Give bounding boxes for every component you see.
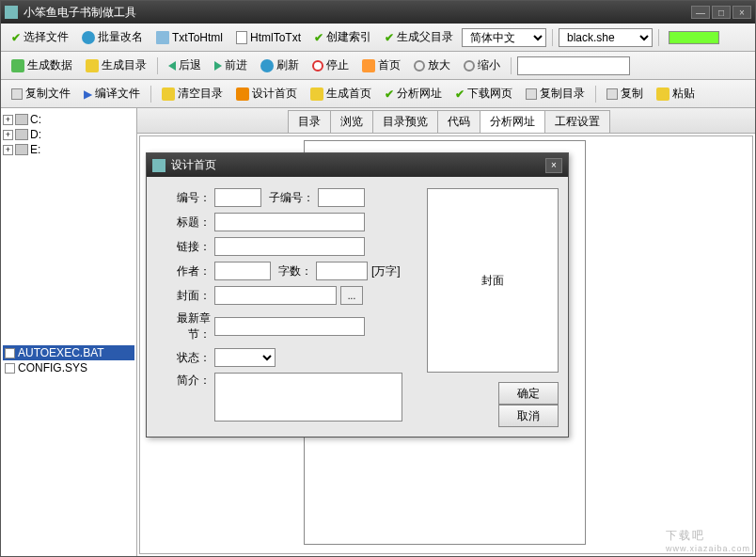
sub-id-input[interactable]: [318, 188, 365, 207]
toolbar-1: ✔选择文件 批量改名 TxtToHtml HtmlToTxt ✔创建索引 ✔生成…: [1, 24, 755, 52]
back-button[interactable]: 后退: [164, 55, 206, 76]
toolbar-2: 生成数据 生成目录 后退 前进 刷新 停止 首页 放大 缩小: [1, 52, 755, 80]
zoom-in-icon: [414, 60, 425, 72]
expand-icon[interactable]: +: [3, 130, 13, 140]
language-select[interactable]: 简体中文: [462, 28, 546, 47]
design-home-dialog: 设计首页 × 编号： 子编号： 标题： 链接： 作者： 字数：: [146, 152, 569, 438]
folder-icon: [86, 59, 99, 72]
gen-parent-dir-button[interactable]: ✔生成父目录: [380, 26, 458, 48]
expand-icon[interactable]: +: [3, 145, 13, 155]
paste-button[interactable]: 粘贴: [652, 83, 700, 104]
design-icon: [236, 88, 249, 101]
drive-tree: +C: +D: +E: AUTOEXEC.BAT CONFIG.SYS: [1, 108, 137, 556]
checkbox[interactable]: [5, 348, 15, 358]
maximize-button[interactable]: □: [712, 6, 731, 19]
doc-icon: [156, 31, 169, 44]
latest-chapter-label: 最新章节：: [156, 310, 214, 342]
tab-analyze-url[interactable]: 分析网址: [480, 110, 545, 133]
compile-file-button[interactable]: ▶编译文件: [79, 83, 145, 104]
select-file-button[interactable]: ✔选择文件: [7, 26, 73, 48]
status-select[interactable]: [214, 348, 276, 367]
intro-textarea[interactable]: [214, 373, 402, 422]
tree-item-c[interactable]: +C:: [3, 112, 134, 127]
download-page-button[interactable]: ✔下载网页: [450, 83, 517, 104]
intro-label: 简介：: [156, 373, 214, 389]
copy-button[interactable]: 复制: [602, 83, 648, 104]
batch-rename-button[interactable]: 批量改名: [77, 26, 148, 48]
analyze-url-button[interactable]: ✔分析网址: [380, 83, 447, 104]
app-icon: [5, 6, 18, 19]
copy-icon: [606, 88, 618, 100]
tree-item-d[interactable]: +D:: [3, 127, 134, 142]
tab-dir-preview[interactable]: 目录预览: [372, 110, 438, 133]
titlebar: 小笨鱼电子书制做工具 — □ ×: [1, 1, 755, 24]
clear-dir-button[interactable]: 清空目录: [157, 83, 228, 104]
id-label: 编号：: [156, 190, 214, 206]
zoom-in-button[interactable]: 放大: [409, 55, 455, 76]
link-input[interactable]: [214, 237, 365, 256]
plus-icon: [11, 59, 24, 72]
theme-select[interactable]: black.she: [559, 28, 653, 47]
stop-button[interactable]: 停止: [307, 55, 354, 76]
ok-button[interactable]: 确定: [498, 382, 559, 405]
id-input[interactable]: [214, 188, 261, 207]
html-to-txt-button[interactable]: HtmlToTxt: [231, 28, 306, 47]
folder-icon: [162, 88, 175, 101]
home-button[interactable]: 首页: [357, 55, 405, 76]
file-item[interactable]: CONFIG.SYS: [3, 360, 134, 375]
tab-code[interactable]: 代码: [437, 110, 480, 133]
address-input[interactable]: [517, 56, 630, 75]
check-icon: ✔: [314, 31, 323, 44]
author-label: 作者：: [156, 263, 214, 279]
dialog-title: 设计首页: [171, 157, 545, 173]
tab-project-settings[interactable]: 工程设置: [544, 110, 610, 133]
close-button[interactable]: ×: [732, 6, 751, 19]
title-input[interactable]: [214, 213, 365, 231]
home-icon: [362, 59, 375, 72]
check-icon: ✔: [11, 31, 21, 44]
check-icon: ✔: [385, 88, 394, 101]
latest-chapter-input[interactable]: [214, 317, 365, 336]
check-icon: ✔: [385, 31, 394, 44]
cover-input[interactable]: [214, 286, 337, 305]
page-icon: [236, 31, 247, 44]
sub-id-label: 子编号：: [269, 190, 314, 206]
gen-home-button[interactable]: 生成首页: [306, 83, 376, 104]
rename-icon: [82, 31, 95, 44]
forward-button[interactable]: 前进: [210, 55, 252, 76]
file-item[interactable]: AUTOEXEC.BAT: [3, 345, 134, 360]
title-label: 标题：: [156, 215, 214, 231]
progress-bar: [669, 31, 719, 44]
cancel-button[interactable]: 取消: [498, 405, 559, 427]
check-icon: ✔: [455, 88, 465, 101]
content-tabs: 目录 浏览 目录预览 代码 分析网址 工程设置: [137, 108, 755, 134]
word-count-input[interactable]: [316, 262, 368, 280]
checkbox[interactable]: [5, 363, 15, 374]
play-icon: ▶: [84, 88, 92, 101]
dialog-close-button[interactable]: ×: [545, 158, 562, 173]
disk-icon: [15, 114, 28, 125]
tab-browse[interactable]: 浏览: [330, 110, 373, 133]
dialog-titlebar: 设计首页 ×: [147, 153, 568, 177]
tree-item-e[interactable]: +E:: [3, 142, 134, 157]
design-home-button[interactable]: 设计首页: [231, 83, 302, 104]
minimize-button[interactable]: —: [691, 6, 710, 19]
arrow-right-icon: [214, 61, 222, 71]
author-input[interactable]: [214, 262, 271, 280]
zoom-out-button[interactable]: 缩小: [459, 55, 505, 76]
create-index-button[interactable]: ✔创建索引: [309, 26, 376, 48]
gen-dir-button[interactable]: 生成目录: [81, 55, 151, 76]
disk-icon: [15, 129, 28, 140]
gen-data-button[interactable]: 生成数据: [7, 55, 77, 76]
stop-icon: [312, 60, 323, 72]
copy-dir-button[interactable]: 复制目录: [521, 83, 590, 104]
expand-icon[interactable]: +: [3, 115, 13, 125]
txt-to-html-button[interactable]: TxtToHtml: [151, 28, 228, 47]
dialog-icon: [152, 159, 165, 172]
browse-button[interactable]: ...: [340, 286, 363, 305]
refresh-button[interactable]: 刷新: [256, 55, 304, 76]
tab-directory[interactable]: 目录: [288, 110, 331, 133]
copy-file-button[interactable]: 复制文件: [7, 83, 75, 104]
zoom-out-icon: [464, 60, 475, 72]
word-count-label: 字数：: [278, 263, 312, 279]
